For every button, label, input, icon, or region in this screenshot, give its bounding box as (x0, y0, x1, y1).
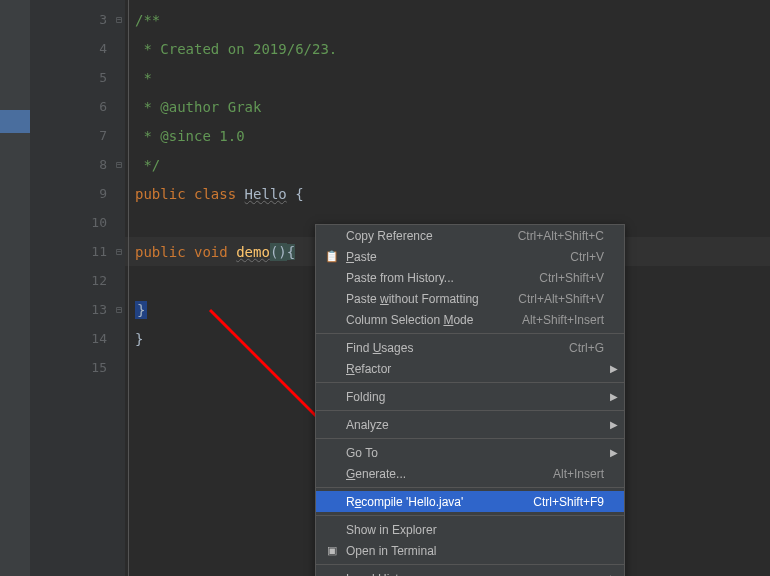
code-text: */ (135, 157, 160, 173)
menu-paste-plain[interactable]: Paste without Formatting Ctrl+Alt+Shift+… (316, 288, 624, 309)
code-divider (128, 0, 129, 576)
menu-paste[interactable]: 📋 Paste Ctrl+V (316, 246, 624, 267)
menu-shortcut: Ctrl+G (569, 341, 604, 355)
menu-generate[interactable]: Generate... Alt+Insert (316, 463, 624, 484)
code-text: } (135, 331, 143, 347)
code-text: () (270, 243, 287, 261)
menu-separator (316, 438, 624, 439)
code-text: { (287, 186, 304, 202)
line-number: 14 (91, 331, 107, 346)
menu-shortcut: Ctrl+V (570, 250, 604, 264)
sidebar (0, 0, 30, 576)
code-text: public (135, 244, 194, 260)
code-text: { (287, 244, 295, 260)
fold-marker-icon[interactable]: ⊟ (113, 304, 125, 316)
paste-icon: 📋 (324, 249, 340, 265)
code-text: void (194, 244, 236, 260)
menu-label: Paste from History... (346, 271, 539, 285)
menu-analyze[interactable]: Analyze ▶ (316, 414, 624, 435)
menu-local-history[interactable]: Local History ▶ (316, 568, 624, 576)
line-number: 7 (99, 128, 107, 143)
gutter: 3 ⊟ 4 5 6 7 8 ⊟ 9 10 11 ⊟ 12 13 ⊟ 14 15 (30, 0, 125, 576)
chevron-right-icon: ▶ (610, 447, 618, 458)
menu-column-mode[interactable]: Column Selection Mode Alt+Shift+Insert (316, 309, 624, 330)
menu-goto[interactable]: Go To ▶ (316, 442, 624, 463)
line-number: 10 (91, 215, 107, 230)
menu-label: Go To (346, 446, 604, 460)
code-text: public (135, 186, 194, 202)
code-text: * @since 1.0 (135, 128, 245, 144)
fold-marker-icon[interactable]: ⊟ (113, 14, 125, 26)
code-text: demo (236, 244, 270, 260)
menu-separator (316, 564, 624, 565)
code-text: * Created on 2019/6/23. (135, 41, 337, 57)
menu-shortcut: Ctrl+Alt+Shift+C (518, 229, 604, 243)
code-text: } (135, 301, 147, 319)
chevron-right-icon: ▶ (610, 391, 618, 402)
menu-label: Open in Terminal (346, 544, 604, 558)
code-text: * (135, 70, 152, 86)
fold-marker-icon[interactable]: ⊟ (113, 159, 125, 171)
menu-refactor[interactable]: Refactor ▶ (316, 358, 624, 379)
line-number: 8 (99, 157, 107, 172)
menu-label: Copy Reference (346, 229, 518, 243)
code-text: /** (135, 12, 160, 28)
line-number: 13 (91, 302, 107, 317)
line-number: 11 (91, 244, 107, 259)
menu-label: Refactor (346, 362, 604, 376)
menu-shortcut: Ctrl+Shift+V (539, 271, 604, 285)
menu-label: Folding (346, 390, 604, 404)
menu-label: Analyze (346, 418, 604, 432)
menu-separator (316, 382, 624, 383)
sidebar-active-indicator (0, 110, 30, 133)
menu-label: Show in Explorer (346, 523, 604, 537)
line-number: 6 (99, 99, 107, 114)
code-text: * @author Grak (135, 99, 261, 115)
menu-paste-history[interactable]: Paste from History... Ctrl+Shift+V (316, 267, 624, 288)
menu-separator (316, 333, 624, 334)
context-menu: Copy Reference Ctrl+Alt+Shift+C 📋 Paste … (315, 224, 625, 576)
menu-copy-reference[interactable]: Copy Reference Ctrl+Alt+Shift+C (316, 225, 624, 246)
code-text: class (194, 186, 245, 202)
line-number: 15 (91, 360, 107, 375)
chevron-right-icon: ▶ (610, 419, 618, 430)
line-number: 3 (99, 12, 107, 27)
menu-separator (316, 515, 624, 516)
chevron-right-icon: ▶ (610, 363, 618, 374)
menu-label: Recompile 'Hello.java' (346, 495, 533, 509)
menu-shortcut: Ctrl+Shift+F9 (533, 495, 604, 509)
line-number: 9 (99, 186, 107, 201)
menu-separator (316, 487, 624, 488)
menu-show-explorer[interactable]: Show in Explorer (316, 519, 624, 540)
fold-marker-icon[interactable]: ⊟ (113, 246, 125, 258)
menu-label: Column Selection Mode (346, 313, 522, 327)
line-number: 4 (99, 41, 107, 56)
menu-label: Generate... (346, 467, 553, 481)
menu-label: Find Usages (346, 341, 569, 355)
menu-label: Local History (346, 572, 604, 577)
menu-shortcut: Alt+Insert (553, 467, 604, 481)
menu-separator (316, 410, 624, 411)
line-number: 5 (99, 70, 107, 85)
menu-open-terminal[interactable]: ▣ Open in Terminal (316, 540, 624, 561)
code-text: Hello (245, 186, 287, 202)
menu-shortcut: Alt+Shift+Insert (522, 313, 604, 327)
menu-folding[interactable]: Folding ▶ (316, 386, 624, 407)
menu-find-usages[interactable]: Find Usages Ctrl+G (316, 337, 624, 358)
menu-label: Paste (346, 250, 570, 264)
menu-label: Paste without Formatting (346, 292, 518, 306)
terminal-icon: ▣ (324, 543, 340, 559)
menu-recompile[interactable]: Recompile 'Hello.java' Ctrl+Shift+F9 (316, 491, 624, 512)
menu-shortcut: Ctrl+Alt+Shift+V (518, 292, 604, 306)
line-number: 12 (91, 273, 107, 288)
